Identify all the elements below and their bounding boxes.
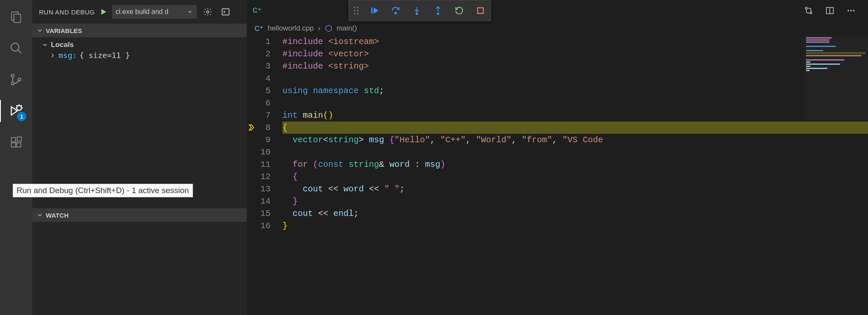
step-out-button[interactable] [432, 5, 444, 17]
svg-point-27 [357, 7, 358, 8]
svg-rect-14 [11, 143, 16, 147]
chevron-right-icon: › [318, 24, 321, 33]
start-debug-button[interactable] [99, 8, 108, 16]
svg-point-19 [805, 7, 807, 9]
svg-point-23 [848, 10, 849, 11]
breadcrumb-symbol[interactable]: main() [337, 24, 357, 33]
variable-name: msg: [59, 51, 77, 60]
svg-point-2 [11, 43, 19, 51]
svg-line-11 [17, 105, 17, 106]
debug-toolbar[interactable] [349, 0, 491, 21]
activity-tooltip: Run and Debug (Ctrl+Shift+D) - 1 active … [13, 184, 193, 197]
svg-point-29 [357, 10, 358, 11]
tab-bar: C⁺ [247, 0, 868, 21]
svg-rect-13 [11, 138, 16, 142]
svg-rect-18 [222, 9, 229, 15]
svg-rect-32 [371, 8, 373, 14]
explorer-icon[interactable] [7, 8, 25, 26]
svg-point-35 [416, 13, 418, 15]
svg-point-37 [437, 13, 439, 15]
code-content[interactable]: #include <iostream>#include <vector>#inc… [282, 36, 868, 315]
minimap[interactable] [804, 36, 868, 120]
cpp-file-icon: C⁺ [253, 6, 261, 14]
svg-point-30 [354, 13, 355, 14]
watch-section-header[interactable]: WATCH [32, 208, 247, 222]
svg-point-31 [357, 13, 358, 14]
search-icon[interactable] [7, 39, 25, 58]
stop-button[interactable] [474, 5, 486, 17]
step-over-button[interactable] [390, 5, 402, 17]
locals-scope[interactable]: Locals [32, 40, 247, 50]
side-header: RUN AND DEBUG cl.exe build and d [32, 0, 247, 24]
continue-button[interactable] [368, 5, 380, 17]
gear-icon[interactable] [201, 5, 215, 19]
execution-pointer-icon [248, 124, 255, 131]
compare-icon[interactable] [802, 4, 815, 17]
extensions-icon[interactable] [7, 133, 25, 152]
variables-section-header[interactable]: VARIABLES [32, 24, 247, 37]
run-debug-icon[interactable]: 1 [7, 102, 25, 120]
svg-point-26 [354, 7, 355, 8]
svg-point-28 [354, 10, 355, 11]
debug-side-panel: RUN AND DEBUG cl.exe build and d VARIABL… [32, 0, 247, 315]
svg-point-20 [810, 12, 812, 14]
activity-bar: 1 [0, 0, 32, 315]
svg-point-4 [11, 74, 14, 77]
svg-rect-15 [17, 143, 21, 147]
svg-point-7 [17, 105, 21, 110]
grip-icon[interactable] [353, 6, 359, 15]
cpp-icon: C⁺ [254, 24, 263, 33]
variable-msg[interactable]: msg: { size=11 } [32, 50, 247, 61]
symbol-method-icon [325, 25, 332, 32]
svg-rect-38 [477, 8, 483, 13]
source-control-icon[interactable] [7, 70, 25, 89]
svg-rect-1 [14, 14, 21, 22]
svg-point-25 [853, 10, 855, 11]
more-icon[interactable] [844, 4, 858, 17]
step-into-button[interactable] [411, 5, 423, 17]
panel-title: RUN AND DEBUG [39, 8, 95, 16]
config-label: cl.exe build and d [116, 8, 169, 16]
editor-actions [802, 4, 858, 17]
svg-point-24 [850, 10, 852, 11]
line-numbers: 12345678910111213141516 [247, 36, 282, 315]
restart-button[interactable] [453, 5, 465, 17]
debug-badge: 1 [17, 112, 26, 121]
editor-area: C⁺ C⁺ helloworld.cpp › main() 1234567891… [247, 0, 868, 315]
svg-point-17 [207, 11, 209, 13]
variables-label: VARIABLES [46, 27, 82, 34]
debug-console-icon[interactable] [219, 5, 232, 19]
code-editor[interactable]: 12345678910111213141516 #include <iostre… [247, 36, 868, 315]
variables-body: Locals msg: { size=11 } [32, 37, 247, 63]
variable-value: { size=11 } [79, 51, 130, 60]
locals-label: Locals [51, 41, 74, 49]
watch-label: WATCH [46, 212, 69, 219]
debug-config-dropdown[interactable]: cl.exe build and d [112, 5, 197, 19]
svg-point-5 [11, 82, 14, 85]
breadcrumb[interactable]: C⁺ helloworld.cpp › main() [247, 21, 868, 36]
breadcrumb-file[interactable]: helloworld.cpp [268, 24, 314, 33]
svg-rect-16 [17, 137, 22, 141]
split-editor-icon[interactable] [823, 4, 837, 17]
svg-point-33 [395, 12, 396, 14]
svg-line-12 [21, 105, 22, 106]
svg-line-3 [18, 50, 21, 53]
